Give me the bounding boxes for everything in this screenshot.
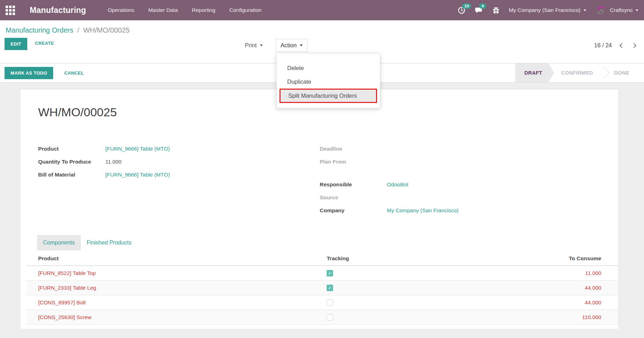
svg-text:S: S [597, 4, 604, 16]
control-buttons-row: EDIT CREATE Print Action 16 / 24 [0, 36, 644, 54]
user-menu[interactable]: S Craftsync [595, 4, 638, 16]
bom-value[interactable]: [FURN_9666] Table (MTO) [105, 172, 170, 178]
pager: 16 / 24 [594, 39, 636, 52]
menu-item-delete[interactable]: Delete [277, 61, 380, 75]
activity-menu[interactable]: 10 [458, 6, 466, 14]
table-row[interactable]: [FURN_2333] Table Leg ✓ 44.000 [27, 281, 618, 295]
quantity-label: Quantity To Produce [38, 159, 105, 165]
table-row[interactable]: [FURN_8522] Table Top ✓ 11.000 [27, 266, 618, 281]
app-title[interactable]: Manufacturing [30, 6, 86, 15]
company-value[interactable]: My Company (San Francisco) [387, 207, 459, 214]
top-menu: Operations Master Data Reporting Configu… [108, 7, 262, 13]
tracking-checkbox[interactable]: ✓ [327, 299, 333, 306]
chevron-down-icon [260, 44, 263, 48]
header-tracking[interactable]: Tracking [327, 255, 528, 262]
row-to-consume: 44.000 [528, 299, 618, 306]
row-product-name[interactable]: [FURN_8522] Table Top [27, 270, 327, 276]
table-row[interactable]: [CONS_89957] Bolt ✓ 44.000 [27, 295, 618, 310]
field-product: Product [FURN_9666] Table (MTO) [38, 142, 320, 155]
breadcrumb-manufacturing-orders[interactable]: Manufacturing Orders [6, 26, 73, 34]
messages-menu[interactable]: 4 [475, 6, 483, 14]
apps-menu-icon[interactable] [6, 6, 15, 15]
chevron-down-icon [636, 9, 638, 13]
tab-components[interactable]: Components [37, 235, 81, 250]
table-row[interactable]: [CONS_25630] Screw ✓ 110.000 [27, 310, 618, 325]
tracking-checkbox[interactable]: ✓ [327, 270, 333, 276]
chevron-down-icon [300, 44, 303, 48]
pager-previous-icon[interactable] [620, 43, 624, 48]
tracking-checkbox[interactable]: ✓ [327, 285, 333, 291]
activity-count-badge: 10 [462, 4, 472, 9]
field-source: Source [320, 191, 459, 204]
field-responsible: Responsible OdooBot [320, 178, 459, 191]
form-view: WH/MO/00025 Product [FURN_9666] Table (M… [0, 83, 644, 329]
responsible-label: Responsible [320, 181, 387, 188]
header-to-consume[interactable]: To Consume [528, 255, 618, 262]
status-confirmed[interactable]: CONFIRMED [554, 63, 600, 82]
row-to-consume: 110.000 [528, 314, 618, 320]
menu-master-data[interactable]: Master Data [148, 7, 178, 13]
menu-item-duplicate[interactable]: Duplicate [277, 75, 380, 89]
source-label: Source [320, 194, 387, 201]
status-done[interactable]: DONE [607, 63, 637, 82]
gift-menu[interactable] [492, 6, 500, 14]
odoo-manufacturing-screen: Manufacturing Operations Master Data Rep… [0, 0, 644, 338]
print-label: Print [245, 42, 257, 49]
row-to-consume: 11.000 [528, 270, 618, 276]
quantity-value: 11.000 [105, 159, 121, 165]
company-switcher[interactable]: My Company (San Francisco) [509, 7, 586, 13]
user-name-label: Craftsync [610, 7, 633, 13]
menu-operations[interactable]: Operations [108, 7, 134, 13]
chevron-down-icon [583, 9, 586, 13]
company-switcher-label: My Company (San Francisco) [509, 7, 581, 13]
menu-reporting[interactable]: Reporting [192, 7, 215, 13]
field-group-left: Product [FURN_9666] Table (MTO) Quantity… [38, 142, 320, 217]
bom-label: Bill of Material [38, 172, 105, 178]
menu-item-split-manufacturing-orders[interactable]: Split Manufacturing Orders [279, 89, 377, 103]
field-bill-of-material: Bill of Material [FURN_9666] Table (MTO) [38, 168, 320, 181]
field-deadline: Deadline [320, 142, 459, 155]
plan-from-label: Plan From [320, 159, 387, 165]
row-product-name[interactable]: [CONS_25630] Screw [27, 314, 327, 320]
field-group-right: Deadline Plan From Responsible OdooBot S… [320, 142, 459, 217]
field-groups: Product [FURN_9666] Table (MTO) Quantity… [38, 142, 618, 217]
tracking-checkbox[interactable]: ✓ [327, 314, 333, 320]
deadline-label: Deadline [320, 146, 387, 152]
topbar-right: 10 4 My Company (San Francisco) [458, 4, 638, 16]
cancel-button[interactable]: CANCEL [64, 70, 84, 76]
row-product-name[interactable]: [CONS_89957] Bolt [27, 299, 327, 306]
statusbar: DRAFT CONFIRMED DONE [515, 63, 644, 82]
action-dropdown[interactable]: Action [276, 39, 307, 52]
breadcrumb-current: WH/MO/00025 [83, 26, 129, 34]
company-label: Company [320, 207, 387, 214]
create-button[interactable]: CREATE [35, 41, 54, 46]
notebook-tabs: Components Finished Products [37, 235, 618, 250]
breadcrumb-separator: / [77, 26, 79, 34]
field-spacer [320, 168, 459, 178]
field-quantity: Quantity To Produce 11.000 [38, 155, 320, 168]
print-dropdown[interactable]: Print [245, 39, 263, 52]
breadcrumb: Manufacturing Orders / WH/MO/00025 [0, 20, 644, 36]
table-header-row: Product Tracking To Consume [27, 251, 618, 266]
row-product-name[interactable]: [FURN_2333] Table Leg [27, 285, 327, 291]
product-value[interactable]: [FURN_9666] Table (MTO) [105, 146, 170, 152]
tab-finished-products[interactable]: Finished Products [81, 235, 137, 250]
responsible-value[interactable]: OdooBot [387, 181, 408, 188]
pager-next-icon[interactable] [631, 43, 636, 48]
row-to-consume: 44.000 [528, 285, 618, 291]
form-sheet: WH/MO/00025 Product [FURN_9666] Table (M… [20, 89, 619, 329]
status-draft[interactable]: DRAFT [515, 63, 554, 82]
edit-button[interactable]: EDIT [5, 38, 27, 50]
field-plan-from: Plan From [320, 155, 459, 168]
action-dropdown-menu: Delete Duplicate Split Manufacturing Ord… [276, 53, 380, 108]
top-navbar: Manufacturing Operations Master Data Rep… [0, 0, 644, 20]
components-table: Product Tracking To Consume [FURN_8522] … [27, 251, 618, 325]
product-label: Product [38, 146, 105, 152]
menu-configuration[interactable]: Configuration [229, 7, 262, 13]
avatar: S [595, 4, 607, 16]
mark-as-todo-button[interactable]: MARK AS TODO [5, 67, 53, 79]
header-product[interactable]: Product [27, 255, 327, 262]
message-count-badge: 4 [479, 4, 486, 9]
action-label: Action [281, 42, 297, 49]
pager-count: 16 / 24 [594, 42, 612, 49]
